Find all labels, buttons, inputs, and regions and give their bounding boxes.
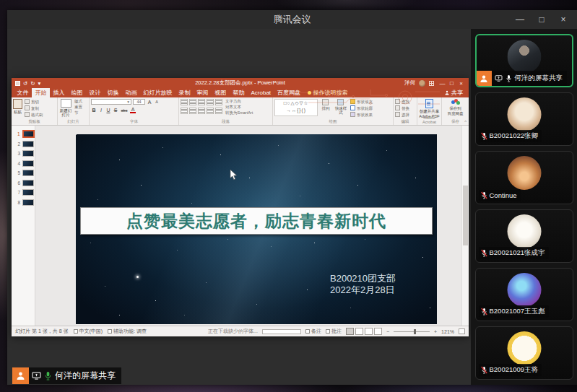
align-text-button[interactable]: 对齐文本 bbox=[225, 105, 253, 110]
account-avatar[interactable] bbox=[419, 80, 425, 87]
collapse-ribbon-icon[interactable]: ^ bbox=[464, 120, 467, 124]
ribbon-display-options-icon[interactable] bbox=[429, 81, 434, 86]
qat-customize-icon[interactable]: ▾ bbox=[38, 80, 41, 87]
close-button[interactable]: × bbox=[552, 10, 574, 29]
minimize-button[interactable]: — bbox=[509, 10, 531, 29]
new-slide-button[interactable]: 新建幻灯片 bbox=[59, 99, 72, 117]
numbering-icon[interactable] bbox=[189, 99, 196, 105]
maximize-button[interactable]: □ bbox=[531, 10, 552, 29]
ppt-tab-animations[interactable]: 动画 bbox=[122, 88, 140, 97]
font-name-select[interactable]: ▾ bbox=[91, 99, 131, 105]
ppt-tab-review[interactable]: 审阅 bbox=[194, 88, 212, 97]
account-name[interactable]: 洋何 bbox=[404, 79, 415, 87]
zoom-in-button[interactable]: + bbox=[434, 329, 437, 334]
slide-thumbnail-4[interactable]: 4 bbox=[12, 159, 35, 169]
notes-button[interactable]: 备注 bbox=[305, 328, 321, 335]
zoom-percent-label[interactable]: 121% bbox=[441, 329, 454, 334]
ppt-tab-baidu-netdisk[interactable]: 百度网盘 bbox=[274, 88, 304, 97]
reading-view-button[interactable] bbox=[365, 328, 373, 335]
replace-button[interactable]: 替换 bbox=[395, 105, 415, 111]
ppt-tab-view[interactable]: 视图 bbox=[212, 88, 230, 97]
ppt-share-button[interactable]: 共享 bbox=[439, 88, 469, 97]
slide-thumbnail-3[interactable]: 3 bbox=[12, 149, 35, 159]
font-color-button[interactable]: A bbox=[130, 107, 136, 113]
paste-button[interactable]: 粘贴 bbox=[13, 99, 22, 118]
align-right-icon[interactable] bbox=[198, 108, 205, 114]
slide-thumbnail-1[interactable]: 1 bbox=[12, 129, 35, 139]
convert-smartart-button[interactable]: 转换为SmartArt bbox=[225, 110, 253, 116]
layout-button[interactable]: 版式 bbox=[74, 99, 82, 104]
slide-sorter-view-button[interactable] bbox=[355, 328, 363, 335]
tell-me-search[interactable]: 操作说明搜索 bbox=[304, 88, 352, 97]
ppt-tab-record[interactable]: 录制 bbox=[175, 88, 194, 97]
section-button[interactable]: 节 bbox=[74, 110, 82, 116]
normal-view-button[interactable] bbox=[346, 328, 354, 335]
font-size-select[interactable]: 44 bbox=[133, 99, 145, 105]
participant-tile[interactable]: B20021009王将 bbox=[475, 326, 573, 380]
underline-button[interactable]: U bbox=[105, 108, 111, 113]
redo-icon[interactable]: ↻ bbox=[30, 80, 35, 87]
slide-thumbnail-6[interactable]: 6 bbox=[12, 178, 35, 188]
slide-thumbnail-5[interactable]: 5 bbox=[12, 168, 35, 178]
ppt-tab-slideshow[interactable]: 幻灯片放映 bbox=[140, 88, 175, 97]
columns-icon[interactable] bbox=[215, 108, 222, 114]
clear-format-icon[interactable]: abc bbox=[120, 108, 129, 113]
shape-fill-button[interactable]: 形状填充 bbox=[350, 99, 373, 105]
ppt-close-button[interactable]: × bbox=[456, 80, 466, 87]
shape-outline-button[interactable]: 形状轮廓 bbox=[350, 105, 373, 111]
ppt-tab-acrobat[interactable]: Acrobat bbox=[248, 88, 274, 97]
select-button[interactable]: 选择 bbox=[395, 112, 415, 118]
ppt-tab-home[interactable]: 开始 bbox=[32, 88, 50, 97]
participant-tile[interactable]: B20021021张成宇 bbox=[475, 209, 573, 263]
ppt-restore-button[interactable]: □ bbox=[447, 80, 456, 87]
italic-button[interactable]: I bbox=[98, 108, 104, 113]
zoom-out-button[interactable]: − bbox=[386, 329, 389, 334]
ppt-minimize-button[interactable]: — bbox=[438, 80, 447, 87]
shrink-font-icon[interactable]: A bbox=[154, 100, 160, 104]
align-center-icon[interactable] bbox=[189, 108, 196, 114]
undo-icon[interactable]: ↺ bbox=[23, 80, 27, 87]
shapes-gallery[interactable]: □○△◇▽☆ →↔{}() bbox=[274, 99, 318, 116]
participant-tile[interactable]: B20021022张卿 bbox=[475, 92, 573, 146]
line-spacing-icon[interactable] bbox=[215, 99, 222, 105]
ppt-tab-design[interactable]: 设计 bbox=[86, 88, 104, 97]
ppt-tab-help[interactable]: 帮助 bbox=[230, 88, 248, 97]
participant-tile[interactable]: B20021007王玉彪 bbox=[475, 268, 573, 321]
accessibility-status[interactable]: 辅助功能: 调查 bbox=[108, 328, 147, 335]
cut-button[interactable]: 剪切 bbox=[25, 99, 43, 105]
save-icon[interactable] bbox=[15, 81, 20, 86]
bold-button[interactable]: B bbox=[91, 108, 97, 113]
indent-decrease-icon[interactable] bbox=[198, 99, 205, 105]
fit-to-window-button[interactable] bbox=[459, 328, 465, 334]
zoom-slider-thumb[interactable] bbox=[414, 329, 416, 334]
zoom-slider[interactable] bbox=[394, 331, 430, 332]
text-direction-button[interactable]: 文字方向 bbox=[225, 99, 253, 104]
strikethrough-button[interactable]: S bbox=[113, 108, 118, 113]
align-left-icon[interactable] bbox=[181, 108, 188, 114]
participant-tile[interactable]: Continue bbox=[475, 151, 573, 204]
ppt-tab-transitions[interactable]: 切换 bbox=[104, 88, 122, 97]
slideshow-view-button[interactable] bbox=[374, 328, 382, 335]
copy-button[interactable]: 复制 bbox=[25, 105, 43, 111]
justify-icon[interactable] bbox=[207, 108, 214, 114]
language-status[interactable]: 中文(中国) bbox=[74, 328, 103, 335]
reset-button[interactable]: 重置 bbox=[74, 105, 82, 110]
arrange-button[interactable]: 排列 bbox=[320, 99, 331, 118]
find-button[interactable]: 查找 bbox=[395, 99, 415, 105]
participant-tile-sharing[interactable]: 何洋的屏幕共享 bbox=[475, 34, 573, 87]
ppt-tab-insert[interactable]: 插入 bbox=[50, 88, 68, 97]
bullets-icon[interactable] bbox=[181, 99, 188, 105]
slide-thumbnail-2[interactable]: 2 bbox=[12, 139, 35, 149]
shape-effects-button[interactable]: 形状效果 bbox=[350, 112, 373, 118]
canvas-scrollbar[interactable] bbox=[461, 126, 469, 326]
slide-thumbnail-8[interactable]: 8 bbox=[12, 198, 35, 208]
ppt-tab-draw[interactable]: 绘图 bbox=[68, 88, 86, 97]
slide-thumbnail-7[interactable]: 7 bbox=[12, 188, 35, 198]
format-painter-button[interactable]: 格式刷 bbox=[25, 112, 43, 118]
grow-font-icon[interactable]: A bbox=[147, 100, 152, 105]
ppt-tab-file[interactable]: 文件 bbox=[14, 88, 32, 97]
save-to-netdisk-button[interactable]: 保存到 百度网盘 bbox=[443, 99, 467, 116]
indent-increase-icon[interactable] bbox=[207, 99, 214, 105]
quick-styles-button[interactable]: 快速样式 bbox=[334, 99, 348, 118]
comments-button[interactable]: 批注 bbox=[326, 328, 342, 335]
